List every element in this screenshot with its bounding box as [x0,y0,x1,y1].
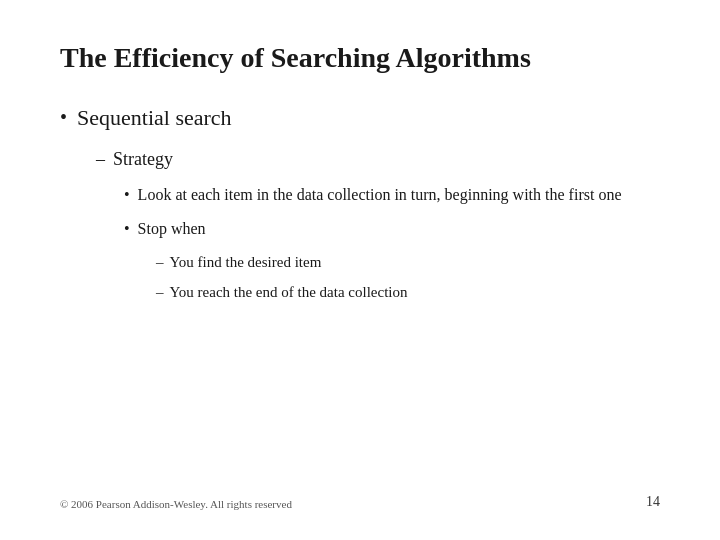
level3-item-0: • Look at each item in the data collecti… [124,183,660,207]
bullet3-icon-0: • [124,183,130,207]
copyright-text: © 2006 Pearson Addison-Wesley. All right… [60,498,292,510]
bullet1-icon: • [60,103,67,131]
level4-item-1: – You reach the end of the data collecti… [156,281,660,304]
page-number: 14 [646,494,660,510]
slide-title: The Efficiency of Searching Algorithms [60,40,660,75]
slide: The Efficiency of Searching Algorithms •… [0,0,720,540]
dash4-icon-0: – [156,251,164,274]
bullet3-icon-1: • [124,217,130,241]
slide-content: • Sequential search – Strategy • Look at… [60,103,660,484]
level3-text-0: Look at each item in the data collection… [138,183,622,207]
level3-text-1: Stop when [138,217,206,241]
level4-text-0: You find the desired item [170,251,322,274]
level4-text-1: You reach the end of the data collection [170,281,408,304]
slide-footer: © 2006 Pearson Addison-Wesley. All right… [60,484,660,510]
level3-item-1: • Stop when [124,217,660,241]
level1-item: • Sequential search [60,103,660,134]
dash4-icon-1: – [156,281,164,304]
level1-text: Sequential search [77,103,232,134]
level2-item: – Strategy [96,146,660,173]
level2-text: Strategy [113,146,173,173]
dash2-icon: – [96,146,105,173]
level4-item-0: – You find the desired item [156,251,660,274]
